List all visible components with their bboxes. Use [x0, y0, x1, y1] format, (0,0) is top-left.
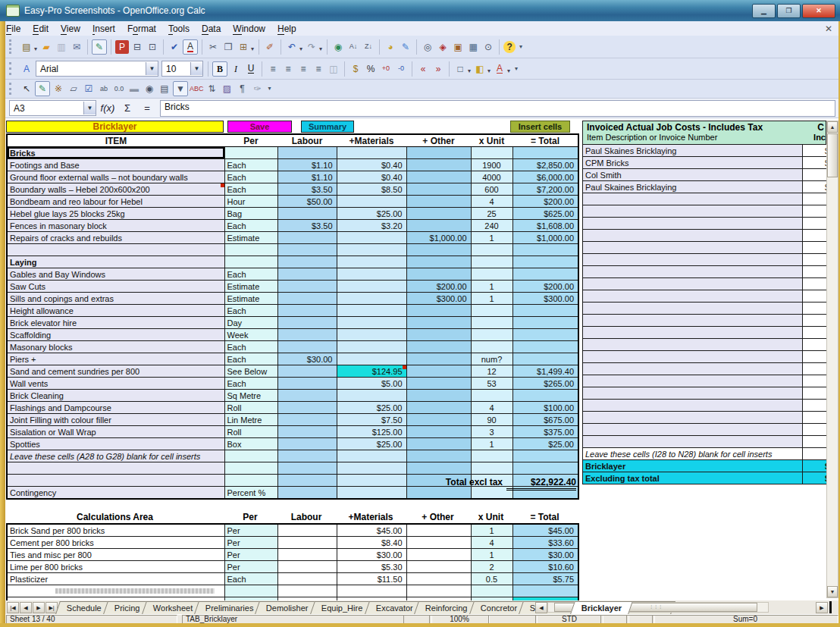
- option-button-icon[interactable]: ◉: [143, 82, 156, 96]
- cell[interactable]: [406, 208, 471, 220]
- cell[interactable]: $: [803, 472, 829, 484]
- cell[interactable]: [583, 424, 803, 436]
- menu-tools[interactable]: Tools: [162, 23, 196, 35]
- cell[interactable]: [337, 196, 406, 208]
- cell[interactable]: [803, 278, 829, 290]
- cell[interactable]: [406, 390, 471, 402]
- menu-window[interactable]: Window: [227, 23, 271, 35]
- cell[interactable]: [803, 436, 829, 448]
- cell[interactable]: Footings and Base: [7, 159, 224, 171]
- cell[interactable]: [803, 412, 829, 424]
- cell[interactable]: [406, 147, 471, 159]
- cell[interactable]: [583, 278, 803, 290]
- cell[interactable]: [803, 363, 829, 375]
- toolbar-overflow-icon[interactable]: ▾: [517, 40, 525, 54]
- cell[interactable]: [277, 256, 337, 268]
- cell[interactable]: [803, 448, 829, 460]
- cell[interactable]: $124.95: [337, 365, 406, 378]
- cell[interactable]: [406, 171, 471, 183]
- cell[interactable]: $25.00: [337, 402, 406, 414]
- chevron-down-icon[interactable]: ▼: [146, 62, 158, 75]
- fontwork-gallery-icon[interactable]: A: [20, 62, 33, 76]
- cell[interactable]: Estimate: [224, 232, 277, 244]
- insert-chart-icon[interactable]: ◕: [384, 40, 397, 54]
- bold-icon[interactable]: B: [212, 61, 227, 77]
- cell[interactable]: [471, 390, 512, 402]
- new-document-icon[interactable]: ▤: [20, 40, 33, 54]
- cell[interactable]: Laying: [7, 256, 224, 268]
- scroll-right-icon[interactable]: ▶: [816, 602, 828, 613]
- cell[interactable]: [406, 402, 471, 414]
- cell[interactable]: Excluding tax total: [583, 472, 803, 484]
- cell[interactable]: $25.00: [337, 208, 406, 220]
- cell[interactable]: Per: [224, 537, 277, 549]
- cell[interactable]: 4: [471, 402, 512, 414]
- cell[interactable]: [224, 147, 277, 159]
- check-box-icon[interactable]: ☑: [82, 82, 96, 96]
- close-button[interactable]: ✕: [802, 4, 835, 18]
- cell[interactable]: [277, 524, 337, 537]
- cell[interactable]: [803, 230, 829, 242]
- cell[interactable]: [583, 339, 803, 351]
- cell[interactable]: $25.00: [512, 438, 578, 450]
- cell[interactable]: Sisalation or Wall Wrap: [7, 426, 224, 438]
- cell[interactable]: [277, 305, 337, 317]
- menu-data[interactable]: Data: [196, 23, 227, 35]
- cell[interactable]: [277, 378, 337, 390]
- cell[interactable]: [803, 254, 829, 266]
- cut-icon[interactable]: ✂: [206, 40, 220, 54]
- cell[interactable]: $25.00: [337, 438, 406, 450]
- cell[interactable]: $5.75: [512, 573, 578, 585]
- cell[interactable]: [277, 244, 337, 256]
- cell-reference-box[interactable]: A3▼: [9, 100, 96, 116]
- cell[interactable]: [337, 390, 406, 402]
- toolbar-handle[interactable]: [9, 83, 14, 95]
- toolbar-overflow-icon[interactable]: ▾: [512, 62, 520, 76]
- format-currency-icon[interactable]: $: [349, 62, 362, 76]
- vertical-scrollbar[interactable]: ▲ ▼: [826, 121, 838, 598]
- first-sheet-button[interactable]: |◀: [7, 602, 19, 613]
- cell[interactable]: [277, 341, 337, 353]
- cell[interactable]: [512, 317, 578, 329]
- cell[interactable]: $50.00: [277, 196, 337, 208]
- cell[interactable]: $200.00: [512, 196, 578, 208]
- cell[interactable]: Lin Metre: [224, 414, 277, 426]
- cell[interactable]: [406, 196, 471, 208]
- cell[interactable]: [406, 268, 471, 281]
- spelling-icon[interactable]: ✔: [168, 40, 181, 54]
- cell[interactable]: Col Smith: [583, 169, 803, 181]
- cell[interactable]: [337, 353, 406, 365]
- edit-file-icon[interactable]: ✎: [92, 39, 107, 55]
- cell[interactable]: Gables and Bay Windows: [7, 268, 224, 281]
- cell[interactable]: [512, 329, 578, 341]
- bricklayer-tab-button[interactable]: Bricklayer: [6, 121, 224, 133]
- cell[interactable]: Each: [224, 268, 277, 281]
- cell[interactable]: [471, 341, 512, 353]
- cell[interactable]: Each: [224, 573, 277, 585]
- cell[interactable]: Box: [224, 438, 277, 450]
- cell[interactable]: 1: [471, 281, 512, 293]
- cell[interactable]: [471, 450, 512, 462]
- cell[interactable]: [406, 585, 471, 597]
- cell[interactable]: Week: [224, 329, 277, 341]
- font-color-dropdown-icon[interactable]: ▾: [507, 67, 510, 74]
- cell[interactable]: [337, 244, 406, 256]
- cell[interactable]: 1: [471, 549, 512, 561]
- cell[interactable]: [471, 317, 512, 329]
- cell[interactable]: $30.00: [512, 549, 578, 561]
- cell[interactable]: 240: [471, 220, 512, 232]
- cell[interactable]: [803, 387, 829, 400]
- cell[interactable]: Boundary walls – Hebel 200x600x200: [7, 183, 224, 196]
- menu-edit[interactable]: Edit: [27, 23, 55, 35]
- cell[interactable]: Each: [224, 305, 277, 317]
- more-controls-icon[interactable]: ABC: [190, 82, 204, 96]
- cell[interactable]: [583, 218, 803, 230]
- cell[interactable]: 4: [471, 537, 512, 549]
- cell[interactable]: [583, 266, 803, 278]
- cell[interactable]: [406, 341, 471, 353]
- cell[interactable]: [583, 315, 803, 327]
- cell[interactable]: [7, 244, 224, 256]
- cell[interactable]: [471, 585, 512, 597]
- cell[interactable]: [406, 365, 471, 378]
- cell[interactable]: [803, 193, 829, 205]
